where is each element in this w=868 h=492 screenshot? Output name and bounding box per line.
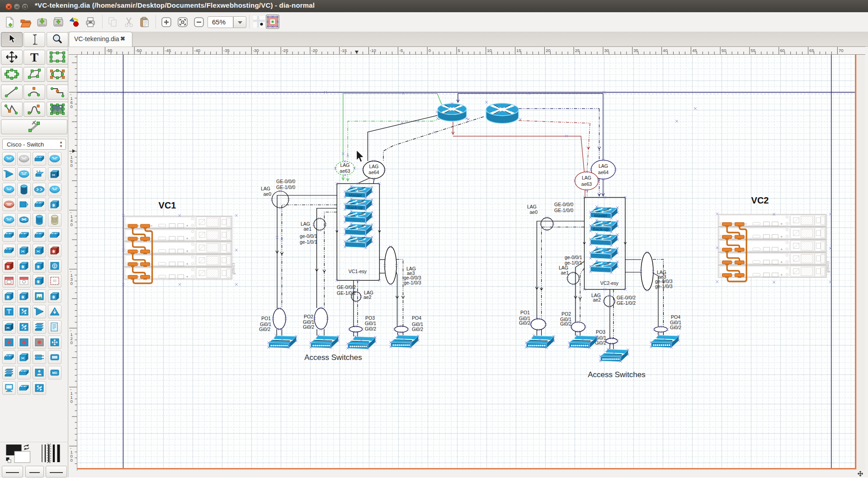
svg-text:Back-up: Back-up	[348, 205, 363, 210]
svg-text:-50: -50	[136, 48, 142, 53]
svg-text:-10: -10	[370, 48, 376, 53]
svg-text:LAG: LAG	[261, 186, 270, 191]
svg-text:LAG: LAG	[599, 163, 608, 169]
svg-text:-55: -55	[106, 48, 113, 53]
svg-text:ge-1/0/1: ge-1/0/1	[300, 239, 317, 245]
svg-text:-5: -5	[399, 48, 403, 53]
svg-text:70: 70	[839, 48, 844, 53]
svg-text:-30: -30	[253, 48, 259, 53]
svg-text:ae63: ae63	[340, 168, 350, 174]
svg-text:ae1: ae1	[303, 226, 311, 232]
svg-text:0: 0	[71, 340, 73, 345]
svg-text:GE-1/0/2: GE-1/0/2	[337, 290, 356, 296]
svg-text:Gi0/2: Gi0/2	[365, 326, 376, 331]
svg-text:0: 0	[71, 281, 73, 286]
svg-text:55: 55	[751, 48, 756, 53]
svg-text:GE-1/0/0: GE-1/0/0	[554, 208, 573, 213]
svg-text:-20: -20	[311, 48, 318, 53]
svg-text:ae64: ae64	[598, 170, 609, 175]
svg-text:GE-0/0/0: GE-0/0/0	[554, 202, 573, 207]
svg-text:GE-1/0/2: GE-1/0/2	[617, 300, 636, 306]
svg-text:LAG: LAG	[582, 175, 591, 180]
svg-text:30: 30	[604, 48, 609, 53]
svg-text:ge-0/0/1: ge-0/0/1	[300, 233, 317, 239]
svg-text:GE-1/0/0: GE-1/0/0	[276, 184, 295, 190]
svg-text:Gi0/2: Gi0/2	[412, 326, 423, 332]
svg-text:PO3: PO3	[365, 315, 375, 321]
svg-text:GE-0/0/0: GE-0/0/0	[276, 179, 295, 184]
svg-text:g030413: g030413	[232, 263, 236, 274]
svg-text:ae64: ae64	[368, 170, 379, 175]
svg-text:0: 0	[429, 48, 431, 53]
svg-text:ae0: ae0	[263, 191, 271, 197]
svg-text:Access Switches: Access Switches	[588, 370, 646, 379]
svg-text:50: 50	[722, 48, 726, 53]
svg-text:ge-0/0/1: ge-0/0/1	[565, 255, 582, 260]
svg-text:Gi0/1: Gi0/1	[365, 321, 376, 326]
svg-text:0: 0	[71, 104, 73, 109]
svg-text:ae2: ae2	[363, 294, 372, 300]
svg-text:Gi0/2: Gi0/2	[303, 324, 314, 330]
svg-text:VC1: VC1	[159, 200, 176, 210]
svg-text:-45: -45	[165, 48, 171, 53]
svg-text:VC2: VC2	[751, 195, 769, 205]
svg-text:5: 5	[458, 48, 460, 53]
svg-text:Access Switches: Access Switches	[304, 353, 362, 362]
svg-text:-15: -15	[340, 48, 347, 53]
svg-text:ge-1/0/3: ge-1/0/3	[404, 280, 421, 285]
svg-text:Gi0/2: Gi0/2	[560, 321, 571, 326]
svg-text:65: 65	[809, 48, 814, 53]
svg-text:15: 15	[516, 48, 521, 53]
svg-text:20: 20	[546, 48, 551, 53]
svg-text:ge-1/0/1: ge-1/0/1	[565, 260, 582, 265]
svg-text:Gi0/2: Gi0/2	[259, 326, 270, 332]
svg-text:0: 0	[71, 222, 73, 227]
svg-text:Gi0/2: Gi0/2	[670, 325, 681, 330]
svg-text:GE-0/0/2: GE-0/0/2	[337, 284, 356, 290]
svg-text:0: 0	[71, 458, 73, 463]
svg-text:PO1: PO1	[261, 316, 271, 321]
svg-text:ae0: ae0	[529, 209, 538, 215]
svg-text:Master: Master	[594, 213, 607, 218]
svg-text:PO3: PO3	[596, 329, 605, 335]
svg-text:60: 60	[780, 48, 785, 53]
svg-text:LAG: LAG	[369, 164, 378, 169]
svg-text:ge-1/0/3: ge-1/0/3	[655, 284, 673, 289]
svg-text:LAG: LAG	[527, 204, 537, 209]
svg-text:-40: -40	[194, 48, 200, 53]
svg-text:PO2: PO2	[561, 311, 571, 317]
svg-text:g030413: g030413	[826, 261, 830, 273]
svg-text:-25: -25	[282, 48, 288, 53]
svg-text:PO4: PO4	[412, 315, 421, 321]
svg-text:LAG: LAG	[340, 162, 349, 168]
svg-text:PO4: PO4	[671, 314, 680, 320]
svg-text:0: 0	[71, 399, 73, 404]
svg-text:Master: Master	[349, 193, 362, 198]
svg-text:45: 45	[692, 48, 697, 53]
svg-text:ae2: ae2	[593, 297, 601, 303]
svg-text:PO1: PO1	[520, 310, 530, 315]
svg-text:GE-0/0/2: GE-0/0/2	[617, 295, 636, 300]
svg-text:ae63: ae63	[581, 181, 592, 187]
svg-text:Back-up: Back-up	[593, 227, 609, 232]
svg-text:-35: -35	[223, 48, 230, 53]
svg-text:Gi0/2: Gi0/2	[519, 320, 530, 326]
svg-text:0: 0	[71, 163, 73, 168]
svg-text:35: 35	[633, 48, 638, 53]
svg-text:VC1-esy: VC1-esy	[349, 269, 367, 274]
svg-text:40: 40	[663, 48, 668, 53]
svg-text:LAG: LAG	[301, 221, 310, 227]
svg-text:25: 25	[575, 48, 580, 53]
svg-text:VC2-esy: VC2-esy	[600, 280, 619, 286]
svg-text:PO2: PO2	[304, 314, 313, 319]
svg-text:ae1: ae1	[561, 270, 569, 275]
svg-text:10: 10	[487, 48, 492, 53]
